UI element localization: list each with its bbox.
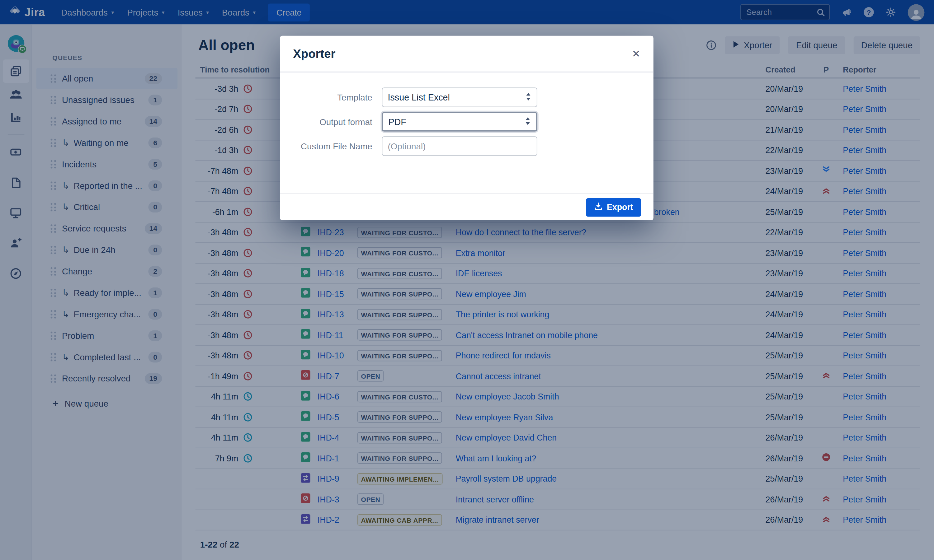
modal-body: Template Issue List Excel Output format … bbox=[280, 72, 653, 193]
export-button[interactable]: Export bbox=[586, 198, 641, 216]
xporter-modal: Xporter ✕ Template Issue List Excel Outp… bbox=[280, 36, 653, 220]
template-select[interactable]: Issue List Excel bbox=[382, 88, 537, 107]
template-label: Template bbox=[280, 93, 372, 102]
jira-service-desk-screen: Jira Dashboards▾ Projects▾ Issues▾ Board… bbox=[0, 0, 934, 560]
select-stepper-icon bbox=[525, 116, 531, 127]
select-stepper-icon bbox=[526, 92, 532, 103]
modal-title: Xporter bbox=[293, 47, 335, 60]
modal-footer: Export bbox=[280, 194, 653, 220]
custom-file-name-input[interactable] bbox=[382, 136, 537, 156]
custom-file-name-label: Custom File Name bbox=[280, 141, 372, 151]
close-icon[interactable]: ✕ bbox=[632, 49, 640, 59]
download-icon bbox=[594, 202, 603, 212]
output-format-select[interactable]: PDF bbox=[382, 112, 537, 132]
output-format-label: Output format bbox=[280, 117, 372, 127]
modal-header: Xporter ✕ bbox=[280, 36, 653, 73]
